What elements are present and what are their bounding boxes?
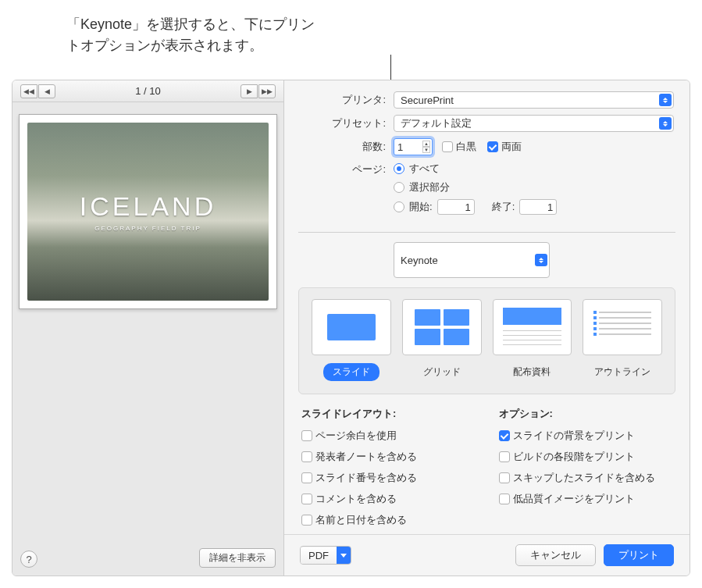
slide-layout-heading: スライドレイアウト: — [301, 407, 476, 421]
numbers-label: スライド番号を含める — [315, 471, 417, 485]
dropdown-icon — [659, 94, 672, 106]
options-column: オプション: スライドの背景をプリント ビルドの各段階をプリント スキップしたス… — [499, 407, 673, 534]
comments-checkbox[interactable]: コメントを含める — [301, 492, 476, 506]
pages-to-label: 終了: — [492, 200, 515, 214]
checkbox-icon — [499, 494, 510, 504]
pages-range-radio[interactable]: 開始: 1 終了: 1 — [394, 199, 557, 215]
first-page-button[interactable]: ◀◀ — [20, 84, 37, 98]
preview-thumbnail: ICELAND GEOGRAPHY FIELD TRIP — [19, 114, 277, 309]
dropdown-icon — [535, 254, 547, 266]
next-page-button[interactable]: ▶ — [241, 84, 258, 98]
skipped-checkbox[interactable]: スキップしたスライドを含める — [499, 471, 673, 485]
pages-selection-radio[interactable]: 選択部分 — [394, 180, 557, 194]
dialog-footer: PDF キャンセル プリント — [284, 534, 690, 576]
stepper-down-icon[interactable]: ▼ — [422, 147, 430, 153]
pages-from-input[interactable]: 1 — [437, 199, 475, 215]
separator — [298, 232, 675, 233]
namedate-checkbox[interactable]: 名前と日付を含める — [301, 513, 476, 527]
preset-label: プリセット: — [300, 116, 394, 130]
radio-icon — [394, 163, 404, 174]
settings-pane: プリンタ: SecurePrint プリセット: デフォルト設定 部数: 1 ▲… — [284, 80, 690, 576]
checkbox-icon — [499, 472, 510, 483]
printer-value: SecurePrint — [401, 94, 454, 106]
lowres-checkbox[interactable]: 低品質イメージをプリント — [499, 492, 673, 506]
last-page-button[interactable]: ▶▶ — [258, 84, 276, 98]
prev-page-button[interactable]: ◀ — [38, 84, 55, 98]
preview-pane: ◀◀ ◀ 1 / 10 ▶ ▶▶ ICELAND GEOGRAPHY FIELD… — [12, 80, 284, 576]
checkbox-icon — [301, 472, 312, 483]
pages-from-label: 開始: — [409, 200, 433, 214]
preset-select[interactable]: デフォルト設定 — [394, 115, 674, 132]
pdf-label: PDF — [301, 547, 337, 564]
layout-grid-option[interactable]: グリッド — [402, 299, 482, 381]
margins-label: ページ余白を使用 — [315, 429, 397, 443]
background-checkbox[interactable]: スライドの背景をプリント — [499, 429, 673, 443]
pages-label: ページ: — [300, 162, 394, 176]
checkbox-icon — [487, 141, 498, 152]
checkbox-icon — [499, 451, 510, 462]
layout-slide-label: スライド — [323, 363, 380, 381]
pdf-menu-button[interactable]: PDF — [300, 546, 351, 565]
copies-label: 部数: — [300, 140, 394, 154]
margins-checkbox[interactable]: ページ余白を使用 — [301, 429, 476, 443]
checkbox-icon — [301, 430, 312, 441]
app-options-value: Keynote — [401, 255, 438, 266]
checkbox-icon — [301, 451, 312, 462]
copies-input[interactable]: 1 ▲▼ — [394, 138, 433, 155]
bw-label: 白黒 — [456, 140, 476, 154]
comments-label: コメントを含める — [315, 492, 397, 506]
numbers-checkbox[interactable]: スライド番号を含める — [301, 471, 476, 485]
duplex-label: 両面 — [501, 140, 522, 154]
background-label: スライドの背景をプリント — [513, 429, 635, 443]
callout-text: 「Keynote」を選択すると、下にプリントオプションが表示されます。 — [66, 14, 316, 56]
checkbox-icon — [301, 494, 312, 504]
cancel-button[interactable]: キャンセル — [515, 544, 596, 566]
dropdown-icon — [337, 547, 351, 564]
notes-label: 発表者ノートを含める — [315, 450, 417, 464]
stepper-up-icon[interactable]: ▲ — [422, 141, 430, 147]
layout-grid-label: グリッド — [414, 363, 470, 381]
radio-icon — [394, 201, 404, 212]
checkbox-icon — [499, 430, 510, 441]
checkbox-icon — [301, 515, 312, 526]
namedate-label: 名前と日付を含める — [315, 513, 407, 527]
layout-handout-label: 配布資料 — [504, 363, 560, 381]
print-button[interactable]: プリント — [604, 544, 674, 566]
slide-title: ICELAND — [80, 191, 216, 222]
preview-nav-bar: ◀◀ ◀ 1 / 10 ▶ ▶▶ — [12, 80, 283, 102]
skipped-label: スキップしたスライドを含める — [513, 471, 655, 485]
preset-value: デフォルト設定 — [401, 116, 472, 130]
pages-all-radio[interactable]: すべて — [394, 162, 557, 176]
lowres-label: 低品質イメージをプリント — [513, 492, 635, 506]
bw-checkbox[interactable]: 白黒 — [442, 140, 476, 154]
keynote-options-panel: スライド グリッド 配布資料 アウトライン — [298, 287, 675, 394]
slide-image: ICELAND GEOGRAPHY FIELD TRIP — [27, 123, 269, 301]
page-indicator: 1 / 10 — [135, 85, 161, 97]
pages-all-label: すべて — [409, 162, 440, 176]
checkbox-icon — [442, 141, 453, 152]
layout-slide-option[interactable]: スライド — [312, 299, 391, 381]
layout-outline-option[interactable]: アウトライン — [583, 299, 662, 381]
notes-checkbox[interactable]: 発表者ノートを含める — [301, 450, 476, 464]
printer-label: プリンタ: — [300, 93, 394, 107]
layout-handout-option[interactable]: 配布資料 — [493, 299, 572, 381]
builds-label: ビルドの各段階をプリント — [513, 450, 635, 464]
app-options-select[interactable]: Keynote — [394, 242, 550, 278]
print-dialog: ◀◀ ◀ 1 / 10 ▶ ▶▶ ICELAND GEOGRAPHY FIELD… — [12, 80, 690, 576]
options-heading: オプション: — [499, 407, 673, 421]
dropdown-icon — [659, 117, 672, 130]
pages-selection-label: 選択部分 — [409, 180, 450, 194]
help-button[interactable]: ? — [20, 551, 37, 568]
copies-value: 1 — [397, 141, 403, 153]
builds-checkbox[interactable]: ビルドの各段階をプリント — [499, 450, 673, 464]
layout-outline-label: アウトライン — [585, 363, 660, 381]
hide-details-button[interactable]: 詳細を非表示 — [199, 548, 276, 568]
duplex-checkbox[interactable]: 両面 — [487, 140, 522, 154]
printer-select[interactable]: SecurePrint — [394, 91, 674, 109]
radio-icon — [394, 182, 404, 193]
slide-layout-column: スライドレイアウト: ページ余白を使用 発表者ノートを含める スライド番号を含め… — [301, 407, 476, 534]
slide-subtitle: GEOGRAPHY FIELD TRIP — [94, 225, 201, 232]
pages-to-input[interactable]: 1 — [519, 199, 557, 215]
